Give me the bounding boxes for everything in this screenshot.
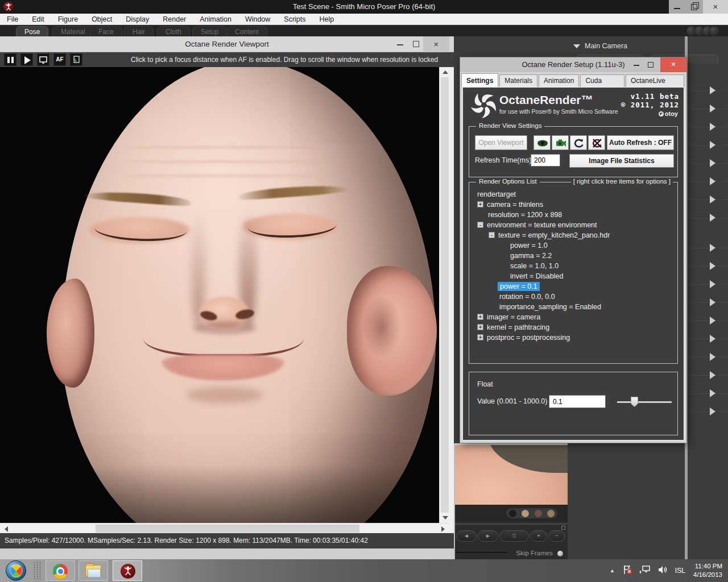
tree-item-power-selected[interactable]: power = 0.1 xyxy=(498,282,540,293)
scroll-lock-button[interactable] xyxy=(70,53,82,66)
tab-settings[interactable]: Settings xyxy=(461,73,498,87)
tab-octanelive-account[interactable]: OctaneLive Account xyxy=(626,74,684,87)
viewport-restore-button[interactable] xyxy=(413,41,419,47)
dial-expand-arrow[interactable] xyxy=(710,335,715,343)
menu-window[interactable]: Window xyxy=(238,14,277,25)
viewport-vertical-scrollbar[interactable] xyxy=(439,67,449,523)
auto-refresh-button[interactable]: Auto Refresh : OFF xyxy=(607,135,674,150)
volume-icon[interactable] xyxy=(657,565,668,577)
tree-expander[interactable]: + xyxy=(477,324,483,330)
vertical-scroll-thumb[interactable] xyxy=(441,77,449,513)
dial-expand-arrow[interactable] xyxy=(710,317,715,325)
tab-hair[interactable]: Hair xyxy=(124,26,154,36)
dial-expand-arrow[interactable] xyxy=(710,123,715,131)
tree-item-kernel[interactable]: +kernel = pathtracing xyxy=(477,323,549,334)
dial-expand-arrow[interactable] xyxy=(710,262,715,270)
pause-render-button[interactable] xyxy=(4,53,16,66)
scroll-left-arrow[interactable] xyxy=(5,526,8,532)
prev-frame-button[interactable]: ◄ xyxy=(456,530,477,542)
menu-object[interactable]: Object xyxy=(85,14,119,25)
viewport-minimize-button[interactable] xyxy=(397,44,403,45)
tree-item-texture[interactable]: -texture = empty_kitchen2_pano.hdr xyxy=(489,231,610,242)
minimize-button[interactable] xyxy=(669,0,686,14)
tree-item-imager[interactable]: +imager = camera xyxy=(477,313,540,323)
tree-item-gamma[interactable]: gamma = 2.2 xyxy=(510,252,552,262)
stop-refresh-button[interactable] xyxy=(588,135,605,150)
refresh-button[interactable] xyxy=(570,135,587,150)
dial-expand-arrow[interactable] xyxy=(710,159,715,167)
scroll-right-arrow[interactable] xyxy=(441,526,445,532)
float-slider[interactable] xyxy=(617,401,672,403)
tab-cloth[interactable]: Cloth xyxy=(157,26,190,36)
open-viewport-button[interactable]: Open Viewport xyxy=(475,135,527,150)
menu-animation[interactable]: Animation xyxy=(193,14,238,25)
tree-item-resolution[interactable]: resolution = 1200 x 898 xyxy=(488,211,562,221)
dial-expand-arrow[interactable] xyxy=(710,353,715,361)
tree-item-scale[interactable]: scale = 1.0, 1.0 xyxy=(510,262,559,272)
dial-expand-arrow[interactable] xyxy=(710,141,715,149)
horizontal-scroll-thumb[interactable] xyxy=(96,525,359,533)
float-value-input[interactable] xyxy=(549,395,606,408)
clock[interactable]: 11:40 PM 4/16/2013 xyxy=(693,562,722,579)
tree-expander[interactable]: + xyxy=(477,334,483,340)
tab-material[interactable]: Material xyxy=(52,26,94,36)
dial-expand-arrow[interactable] xyxy=(710,177,715,185)
taskbar-poser-active[interactable] xyxy=(113,560,142,581)
tab-content[interactable]: Content xyxy=(226,26,267,36)
keyframe-button[interactable]: ⚿ xyxy=(499,530,529,542)
tree-item-camera[interactable]: +camera = thinlens xyxy=(477,201,543,211)
taskbar-chrome[interactable] xyxy=(46,560,75,581)
slider-thumb[interactable] xyxy=(631,397,638,407)
menu-file[interactable]: File xyxy=(0,14,25,25)
dial-expand-arrow[interactable] xyxy=(710,389,715,397)
taskbar-file-explorer[interactable] xyxy=(78,560,108,581)
scroll-down-arrow[interactable] xyxy=(442,516,448,519)
menu-scripts[interactable]: Scripts xyxy=(277,14,312,25)
dial-expand-arrow[interactable] xyxy=(710,408,715,415)
tree-expander[interactable]: + xyxy=(477,201,483,207)
viewport-titlebar[interactable]: Octane Render Viewport × xyxy=(0,36,454,52)
tab-face[interactable]: Face xyxy=(90,26,122,36)
refresh-time-input[interactable] xyxy=(531,154,560,167)
menu-edit[interactable]: Edit xyxy=(25,14,51,25)
action-center-flag-icon[interactable] xyxy=(623,565,632,577)
skip-frames-toggle[interactable] xyxy=(557,551,563,556)
camera-selector[interactable]: Main Camera xyxy=(573,42,627,50)
dialog-restore-button[interactable] xyxy=(648,62,653,68)
tree-item-texture-power[interactable]: power = 1.0 xyxy=(510,242,548,252)
tree-item-rendertarget[interactable]: rendertarget xyxy=(477,190,516,201)
dial-expand-arrow[interactable] xyxy=(710,371,715,379)
remove-keyframe-button[interactable]: − xyxy=(548,530,565,542)
menu-figure[interactable]: Figure xyxy=(51,14,85,25)
tree-item-rotation[interactable]: rotation = 0.0, 0.0 xyxy=(499,293,555,303)
dialog-titlebar[interactable]: Octane Render Setup (1.11u-3) × xyxy=(460,57,686,72)
start-button[interactable] xyxy=(6,560,26,581)
language-indicator[interactable]: ISL xyxy=(675,567,685,575)
render-image[interactable] xyxy=(0,67,439,523)
display-style-dots[interactable] xyxy=(506,508,557,518)
dial-expand-arrow[interactable] xyxy=(710,280,715,288)
menu-render[interactable]: Render xyxy=(156,14,193,25)
camera-refresh-button[interactable] xyxy=(552,135,569,150)
dial-expand-arrow[interactable] xyxy=(710,196,715,203)
autofocus-button[interactable]: AF xyxy=(53,53,66,66)
scroll-up-arrow[interactable] xyxy=(442,70,448,74)
dial-expand-arrow[interactable] xyxy=(710,105,715,113)
dialog-close-button[interactable]: × xyxy=(660,57,686,72)
network-icon[interactable] xyxy=(639,565,651,577)
close-button[interactable]: × xyxy=(703,0,728,14)
tree-expander[interactable]: + xyxy=(477,314,483,320)
show-render-button[interactable] xyxy=(533,135,551,150)
dial-expand-arrow[interactable] xyxy=(710,214,715,222)
tree-item-postproc[interactable]: +postproc = postprocessing xyxy=(477,334,570,344)
tree-expander[interactable]: - xyxy=(489,232,495,238)
tree-item-environment[interactable]: -environment = texture environment xyxy=(477,221,597,231)
tree-item-importance-sampling[interactable]: importance_sampling = Enabled xyxy=(499,303,601,313)
dial-expand-arrow[interactable] xyxy=(710,298,715,306)
fit-window-button[interactable] xyxy=(37,53,49,66)
tab-setup[interactable]: Setup xyxy=(192,26,227,36)
next-frame-button[interactable]: ► xyxy=(478,530,498,542)
viewport-close-button[interactable]: × xyxy=(423,36,449,52)
tree-item-invert[interactable]: invert = Disabled xyxy=(510,272,563,282)
viewport-horizontal-scrollbar[interactable] xyxy=(0,523,449,533)
